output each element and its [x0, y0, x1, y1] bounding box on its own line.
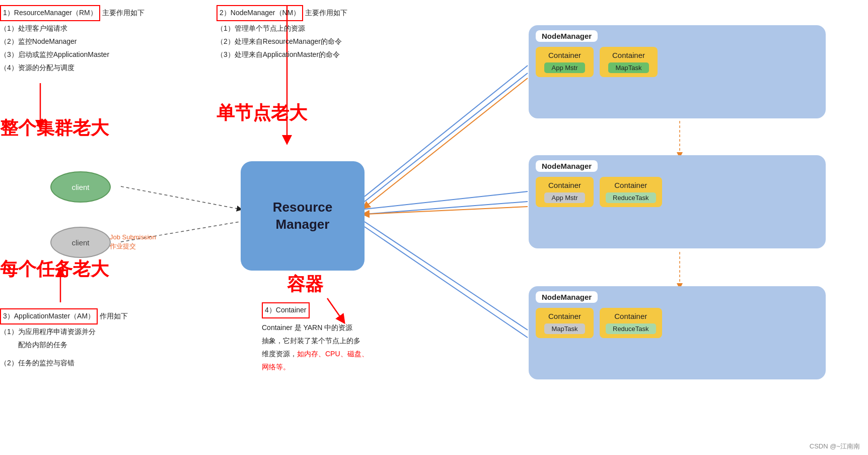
rm-item-3: （3）启动或监控ApplicationMaster — [0, 48, 222, 61]
job-submission-cn: 作业提交 — [110, 242, 156, 251]
nm3-c1-inner: MapTask — [544, 323, 585, 334]
nm1-c2-inner: MapTask — [608, 62, 648, 73]
nm3-c2-inner: ReduceTask — [606, 323, 656, 334]
nm2-title: NodeManager — [536, 160, 598, 172]
nm3-c2-label: Container — [614, 312, 647, 320]
client-1: client — [50, 171, 111, 203]
container-boxed-label: 4）Container — [262, 302, 310, 318]
cluster-boss-label: 整个集群老大 — [0, 116, 109, 141]
svg-line-5 — [365, 73, 528, 202]
every-job-boss-label: 每个任务老大 — [0, 257, 109, 282]
container-desc-1: Container 是 YARN 中的资源 — [262, 321, 428, 335]
nm-title-suffix: 主要作用如下 — [305, 7, 347, 20]
nm1-container-2: Container MapTask — [600, 47, 658, 77]
nm-box-2: NodeManager Container App Mstr Container… — [529, 155, 826, 248]
client-1-label: client — [71, 183, 89, 191]
nm1-containers-row: Container App Mstr Container MapTask — [536, 47, 819, 77]
nm2-c2-inner: ReduceTask — [606, 192, 656, 203]
svg-line-4 — [365, 66, 528, 197]
container-big-label: 容器 — [287, 272, 323, 297]
svg-line-11 — [366, 207, 528, 214]
nm-box-1: NodeManager Container App Mstr Container… — [529, 25, 826, 118]
container-desc-highlight: 如内存、CPU、磁盘、 — [297, 350, 369, 358]
watermark: CSDN @~江南南 — [810, 442, 860, 451]
am-item-2: （2）任务的监控与容错 — [0, 357, 201, 370]
node-boss-label: 单节点老大 — [216, 101, 307, 125]
diagram-container: 1）ResourceManager（RM） 主要作用如下 （1）处理客户端请求 … — [0, 0, 868, 455]
rm-item-4: （4）资源的分配与调度 — [0, 61, 222, 75]
rm-boxed-label: 1）ResourceManager（RM） — [0, 5, 100, 21]
nm3-containers-row: Container MapTask Container ReduceTask — [536, 308, 819, 338]
nm3-c1-label: Container — [548, 312, 581, 320]
nm1-title: NodeManager — [536, 30, 598, 42]
job-submission-label: Job Submission 作业提交 — [110, 233, 156, 251]
job-submission-en: Job Submission — [110, 233, 156, 242]
client-2: client — [50, 227, 111, 258]
svg-line-7 — [365, 202, 528, 214]
am-boxed-label: 3）ApplicationMaster（AM） — [0, 308, 98, 324]
nm2-c1-inner: App Mstr — [544, 192, 585, 203]
nm2-container-1: Container App Mstr — [536, 177, 594, 207]
nm3-container-2: Container ReduceTask — [600, 308, 662, 338]
nm1-container-1: Container App Mstr — [536, 47, 594, 77]
nm-box-3: NodeManager Container MapTask Container … — [529, 286, 826, 379]
nm2-c1-label: Container — [548, 181, 581, 189]
svg-line-10 — [366, 78, 528, 207]
rm-title-suffix: 主要作用如下 — [102, 7, 144, 20]
nm-item-1: （1）管理单个节点上的资源 — [216, 22, 448, 35]
nm-item-3: （3）处理来自ApplicationMaster的命令 — [216, 48, 448, 61]
nm-annotation: 2）NodeManager（NM） 主要作用如下 （1）管理单个节点上的资源 （… — [216, 5, 448, 61]
nm-boxed-label: 2）NodeManager（NM） — [216, 5, 303, 21]
am-item-1: （1）为应用程序申请资源并分 — [0, 326, 201, 339]
nm1-c1-inner: App Mstr — [544, 62, 585, 73]
nm1-c2-label: Container — [612, 51, 645, 59]
rm-annotation: 1）ResourceManager（RM） 主要作用如下 （1）处理客户端请求 … — [0, 5, 222, 74]
nm1-c1-label: Container — [548, 51, 581, 59]
am-title-suffix: 作用如下 — [100, 310, 128, 323]
rm-item-2: （2）监控NodeManager — [0, 35, 222, 48]
nm3-container-1: Container MapTask — [536, 308, 594, 338]
container-annotation: 4）Container Container 是 YARN 中的资源 抽象，它封装… — [262, 302, 428, 373]
nm-item-2: （2）处理来自ResourceManager的命令 — [216, 35, 448, 48]
svg-line-6 — [365, 191, 528, 209]
rm-box-label: ResourceManager — [273, 199, 333, 233]
rm-item-1: （1）处理客户端请求 — [0, 22, 222, 35]
nm2-container-2: Container ReduceTask — [600, 177, 662, 207]
am-item-1b: 配给内部的任务 — [0, 339, 201, 352]
container-desc-3: 维度资源，如内存、CPU、磁盘、 — [262, 350, 369, 358]
container-desc-4: 网络等。 — [262, 361, 428, 374]
nm2-containers-row: Container App Mstr Container ReduceTask — [536, 177, 819, 207]
am-annotation: 3）ApplicationMaster（AM） 作用如下 （1）为应用程序申请资… — [0, 308, 201, 370]
container-desc-2: 抽象，它封装了某个节点上的多 — [262, 335, 428, 348]
nm2-c2-label: Container — [614, 181, 647, 189]
resource-manager-box: ResourceManager — [241, 161, 365, 271]
nm3-title: NodeManager — [536, 291, 598, 303]
svg-line-2 — [121, 186, 240, 209]
client-2-label: client — [71, 238, 89, 247]
